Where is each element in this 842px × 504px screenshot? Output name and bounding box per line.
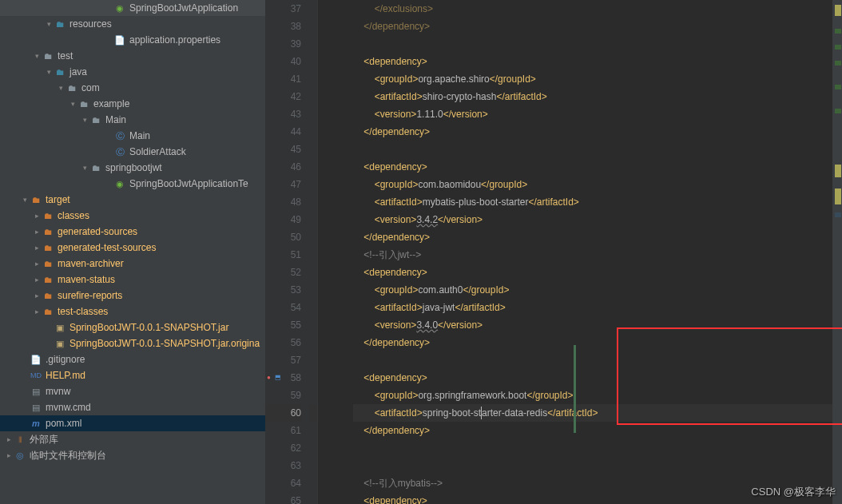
code-line-49[interactable]: <version>3.4.2</version> bbox=[353, 211, 842, 228]
tree-item-help-md[interactable]: MDHELP.md bbox=[0, 367, 265, 383]
expand-arrow-icon[interactable]: ▸ bbox=[32, 276, 42, 284]
stripe-marker[interactable] bbox=[835, 165, 841, 177]
code-line-38[interactable]: </dependency> bbox=[353, 18, 842, 35]
tree-item-pom-xml[interactable]: mpom.xml bbox=[0, 415, 265, 431]
stripe-marker[interactable] bbox=[835, 5, 841, 16]
expand-arrow-icon[interactable]: ▾ bbox=[68, 100, 77, 108]
tree-label: mvnw bbox=[46, 386, 70, 397]
stripe-marker[interactable] bbox=[835, 109, 841, 113]
tree-item-example[interactable]: ▾🖿example bbox=[0, 96, 265, 112]
code-line-44[interactable]: </dependency> bbox=[353, 123, 842, 141]
expand-arrow-icon[interactable]: ▸ bbox=[32, 228, 42, 236]
expand-arrow-icon[interactable]: ▸ bbox=[32, 244, 42, 252]
tree-item-springbootjwt-0-0-1-snapshot-jar[interactable]: ▣SpringBootJWT-0.0.1-SNAPSHOT.jar bbox=[0, 319, 265, 335]
expand-arrow-icon[interactable]: ▾ bbox=[44, 68, 54, 76]
tree-label: Main bbox=[129, 130, 150, 141]
code-line-57[interactable] bbox=[353, 351, 842, 369]
tree-item-main[interactable]: ⒸMain bbox=[0, 128, 265, 144]
stripe-marker[interactable] bbox=[835, 189, 841, 204]
tree-item-test-classes[interactable]: ▸🖿test-classes bbox=[0, 304, 265, 319]
tree-label: .gitignore bbox=[46, 354, 85, 365]
tree-label: com bbox=[81, 82, 100, 93]
editor-pane[interactable]: 3738394041424344454647484950515253545556… bbox=[265, 0, 842, 504]
tree-item-target[interactable]: ▾🖿target bbox=[0, 192, 265, 208]
tree-label: 外部库 bbox=[30, 433, 58, 446]
code-area[interactable]: </exclusions> </dependency> <dependency>… bbox=[353, 0, 842, 504]
tree-item-surefire-reports[interactable]: ▸🖿surefire-reports bbox=[0, 288, 265, 304]
tree-item-main[interactable]: ▾🖿Main bbox=[0, 112, 265, 128]
expand-arrow-icon[interactable]: ▾ bbox=[80, 164, 89, 172]
tree-label: generated-test-sources bbox=[58, 242, 156, 253]
code-line-61[interactable]: </dependency> bbox=[353, 422, 842, 439]
tree-item-classes[interactable]: ▸🖿classes bbox=[0, 208, 265, 224]
tree-item-com[interactable]: ▾🖿com bbox=[0, 80, 265, 96]
code-line-40[interactable]: <dependency> bbox=[353, 53, 842, 70]
tree-item-springbootjwt[interactable]: ▾🖿springbootjwt bbox=[0, 160, 265, 176]
expand-arrow-icon[interactable]: ▾ bbox=[32, 52, 42, 60]
tree-item-soldierattack[interactable]: ⒸSoldierAttack bbox=[0, 144, 265, 160]
expand-arrow-icon[interactable]: ▸ bbox=[32, 292, 42, 300]
code-line-43[interactable]: <version>1.11.0</version> bbox=[353, 105, 842, 123]
tree-label: maven-status bbox=[58, 274, 115, 285]
code-line-53[interactable]: <groupId>com.auth0</groupId> bbox=[353, 281, 842, 299]
code-line-52[interactable]: <dependency> bbox=[353, 264, 842, 281]
code-line-56[interactable]: </dependency> bbox=[353, 334, 842, 351]
stripe-marker[interactable] bbox=[835, 29, 841, 34]
code-line-48[interactable]: <artifactId>mybatis-plus-boot-starter</a… bbox=[353, 193, 842, 211]
tree-label: SpringBootJWT-0.0.1-SNAPSHOT.jar bbox=[70, 322, 228, 333]
tree-label: SpringBootJwtApplication bbox=[129, 2, 238, 14]
code-line-54[interactable]: <artifactId>java-jwt</artifactId> bbox=[353, 299, 842, 316]
expand-arrow-icon[interactable]: ▸ bbox=[32, 308, 42, 315]
code-line-45[interactable] bbox=[353, 141, 842, 158]
stripe-marker[interactable] bbox=[835, 212, 841, 217]
code-line-62[interactable] bbox=[353, 439, 842, 457]
expand-arrow-icon[interactable]: ▾ bbox=[56, 84, 66, 92]
watermark: CSDN @极客李华 bbox=[751, 485, 836, 499]
code-line-41[interactable]: <groupId>org.apache.shiro</groupId> bbox=[353, 70, 842, 88]
tree-item-springbootjwtapplicationte[interactable]: ◉SpringBootJwtApplicationTe bbox=[0, 176, 265, 192]
tree-item-application-properties[interactable]: 📄application.properties bbox=[0, 32, 265, 48]
tree-label: test bbox=[58, 50, 73, 62]
expand-arrow-icon[interactable]: ▾ bbox=[80, 116, 89, 124]
expand-arrow-icon[interactable]: ▸ bbox=[4, 451, 14, 459]
expand-arrow-icon[interactable]: ▸ bbox=[4, 435, 14, 443]
code-line-59[interactable]: <groupId>org.springframework.boot</group… bbox=[353, 387, 842, 404]
tree-item-mvnw-cmd[interactable]: ▤mvnw.cmd bbox=[0, 399, 265, 415]
stripe-marker[interactable] bbox=[835, 45, 841, 50]
tree-item-maven-archiver[interactable]: ▸🖿maven-archiver bbox=[0, 256, 265, 272]
tree-label: pom.xml bbox=[46, 418, 81, 429]
expand-arrow-icon[interactable]: ▸ bbox=[32, 212, 42, 220]
code-line-39[interactable] bbox=[353, 35, 842, 53]
project-tree[interactable]: ◉SpringBootJwtApplication▾🖿resources📄app… bbox=[0, 0, 265, 504]
code-line-46[interactable]: <dependency> bbox=[353, 158, 842, 176]
tree-item--gitignore[interactable]: 📄.gitignore bbox=[0, 351, 265, 367]
code-line-60[interactable]: <artifactId>spring-boot-starter-data-red… bbox=[353, 404, 842, 422]
tree-item-java[interactable]: ▾🖿java bbox=[0, 64, 265, 80]
tree-item----[interactable]: ▸⫴外部库 bbox=[0, 431, 265, 447]
expand-arrow-icon[interactable]: ▾ bbox=[44, 20, 54, 28]
tree-item-maven-status[interactable]: ▸🖿maven-status bbox=[0, 272, 265, 288]
tree-item-resources[interactable]: ▾🖿resources bbox=[0, 16, 265, 32]
tree-item-generated-sources[interactable]: ▸🖿generated-sources bbox=[0, 224, 265, 240]
code-line-42[interactable]: <artifactId>shiro-crypto-hash</artifactI… bbox=[353, 88, 842, 105]
tree-item-test[interactable]: ▾🖿test bbox=[0, 48, 265, 64]
code-line-50[interactable]: </dependency> bbox=[353, 228, 842, 246]
line-gutter[interactable]: 3738394041424344454647484950515253545556… bbox=[265, 0, 309, 504]
tree-item-springbootjwtapplication[interactable]: ◉SpringBootJwtApplication bbox=[0, 0, 265, 16]
error-stripe[interactable] bbox=[832, 0, 842, 504]
code-line-37[interactable]: </exclusions> bbox=[353, 0, 842, 18]
code-line-58[interactable]: <dependency> bbox=[353, 369, 842, 387]
tree-item-mvnw[interactable]: ▤mvnw bbox=[0, 383, 265, 399]
expand-arrow-icon[interactable]: ▾ bbox=[20, 196, 30, 204]
tree-label: application.properties bbox=[129, 34, 220, 46]
code-line-47[interactable]: <groupId>com.baomidou</groupId> bbox=[353, 176, 842, 193]
code-line-55[interactable]: <version>3.4.0</version> bbox=[353, 316, 842, 334]
expand-arrow-icon[interactable]: ▸ bbox=[32, 260, 42, 268]
code-line-63[interactable] bbox=[353, 457, 842, 474]
tree-item-generated-test-sources[interactable]: ▸🖿generated-test-sources bbox=[0, 240, 265, 256]
tree-item---------[interactable]: ▸◎临时文件和控制台 bbox=[0, 447, 265, 463]
tree-item-springbootjwt-0-0-1-snapshot-jar-origina[interactable]: ▣SpringBootJWT-0.0.1-SNAPSHOT.jar.origin… bbox=[0, 335, 265, 351]
code-line-51[interactable]: <!--引入jwt--> bbox=[353, 246, 842, 264]
stripe-marker[interactable] bbox=[835, 85, 841, 89]
stripe-marker[interactable] bbox=[835, 61, 841, 65]
